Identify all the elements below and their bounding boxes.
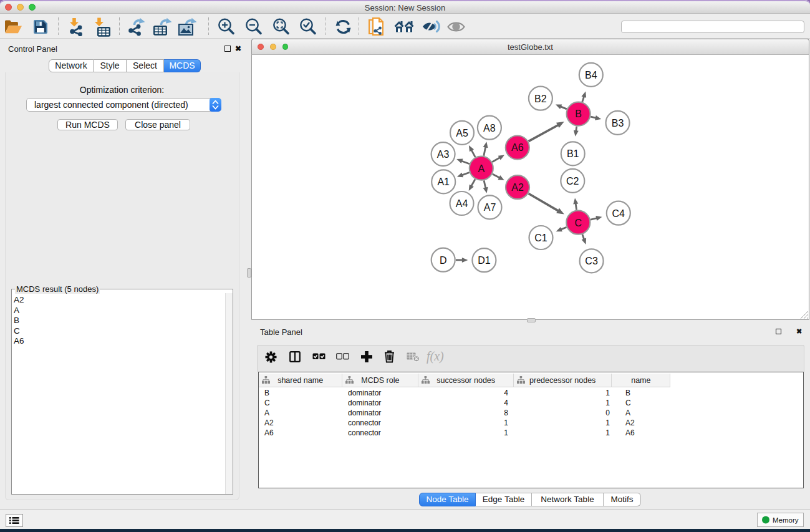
svg-text:C2: C2 xyxy=(566,176,579,186)
svg-text:A8: A8 xyxy=(483,123,496,133)
svg-text:C4: C4 xyxy=(612,208,625,219)
svg-text:B3: B3 xyxy=(612,118,624,128)
svg-text:C1: C1 xyxy=(534,233,547,243)
svg-text:A7: A7 xyxy=(484,202,496,213)
svg-text:B1: B1 xyxy=(567,148,579,159)
svg-text:D1: D1 xyxy=(478,255,491,266)
svg-text:A: A xyxy=(478,163,485,174)
svg-text:A3: A3 xyxy=(437,149,450,160)
svg-text:B: B xyxy=(575,109,582,119)
svg-text:D: D xyxy=(440,255,447,266)
svg-text:A5: A5 xyxy=(456,128,468,138)
svg-text:C: C xyxy=(575,218,582,228)
svg-text:A2: A2 xyxy=(511,182,524,193)
svg-text:A1: A1 xyxy=(437,177,450,187)
svg-text:C3: C3 xyxy=(585,256,598,266)
svg-text:A4: A4 xyxy=(456,198,468,209)
svg-text:A6: A6 xyxy=(511,142,524,153)
svg-text:B2: B2 xyxy=(534,94,547,104)
svg-text:B4: B4 xyxy=(585,70,597,80)
svg-text:Memory: Memory xyxy=(773,516,799,524)
